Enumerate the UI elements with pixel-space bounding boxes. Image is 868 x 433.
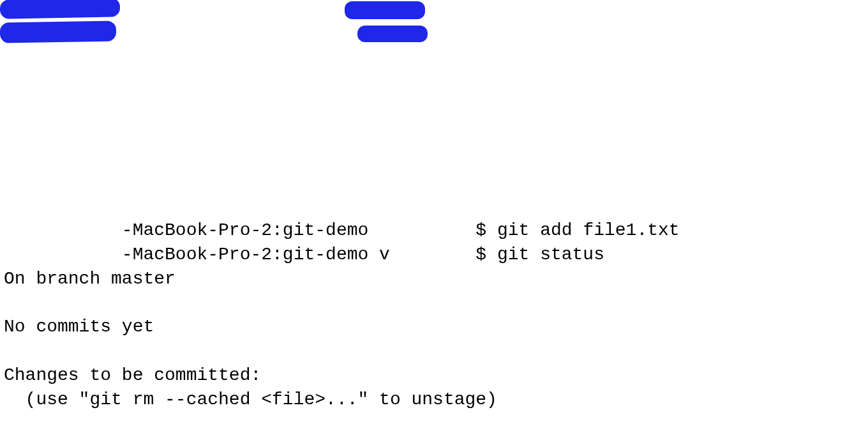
command-git-status: git status bbox=[497, 245, 604, 264]
redaction-mark bbox=[357, 26, 428, 42]
status-branch: On branch master bbox=[4, 269, 176, 289]
prompt-sigil: $ bbox=[475, 245, 497, 264]
status-no-commits: No commits yet bbox=[4, 317, 154, 337]
command-git-add: git add file1.txt bbox=[497, 220, 680, 240]
prompt-sigil: $ bbox=[475, 220, 497, 240]
prompt-line-2: -MacBook-Pro-2:git-demo v $ git status bbox=[4, 245, 604, 264]
prompt-user-redacted bbox=[379, 220, 475, 240]
prompt-user-redacted bbox=[390, 245, 475, 264]
prompt-line-1: -MacBook-Pro-2:git-demo $ git add file1.… bbox=[4, 220, 680, 240]
terminal-output[interactable]: -MacBook-Pro-2:git-demo $ git add file1.… bbox=[4, 218, 864, 433]
prompt-hostname: -MacBook-Pro-2:git-demo v bbox=[4, 245, 390, 264]
redaction-mark bbox=[0, 20, 116, 43]
prompt-hostname: -MacBook-Pro-2:git-demo bbox=[4, 220, 379, 240]
redaction-mark bbox=[345, 1, 425, 19]
redaction-mark bbox=[0, 0, 120, 19]
status-changes-header: Changes to be committed: bbox=[4, 365, 261, 385]
status-changes-hint: (use "git rm --cached <file>..." to unst… bbox=[4, 390, 497, 409]
